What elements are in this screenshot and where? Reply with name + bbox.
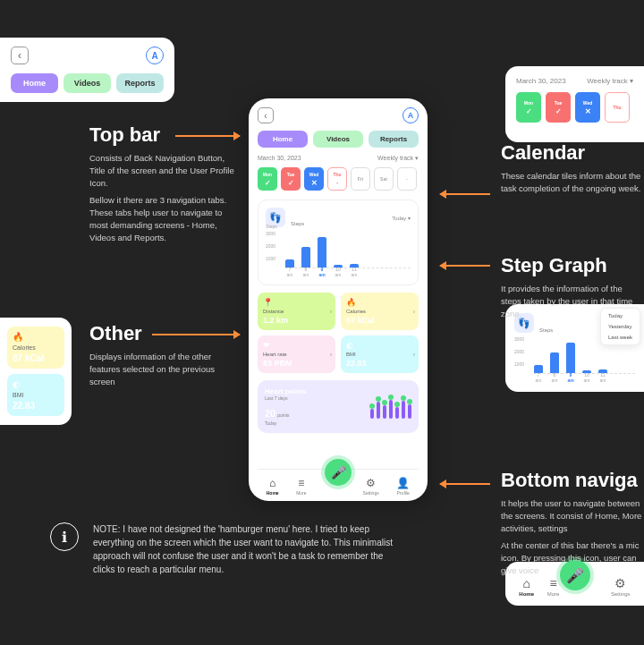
back-button[interactable]: ‹ (258, 107, 274, 123)
annotation-topbar: Top bar Consists of Back Navigation Butt… (89, 123, 242, 243)
gauge-icon: ◐ (13, 379, 59, 389)
tab-reports[interactable]: Reports (369, 131, 419, 148)
menu-icon: ≡ (550, 576, 557, 590)
topbar-preview-card: ‹ Dashboard A Home Videos Reports (0, 38, 174, 102)
bar-9am (318, 237, 326, 267)
tab-home[interactable]: Home (258, 131, 308, 148)
calendar-preview-card: March 30, 2023Weekly track ▾ Mon✓ Tue✓ W… (505, 66, 644, 142)
fire-icon: 🔥 (13, 332, 59, 342)
nav-home[interactable]: ⌂Home (519, 576, 534, 597)
tab-videos[interactable]: Videos (64, 73, 111, 93)
weekly-track-dropdown[interactable]: Weekly track ▾ (377, 155, 419, 162)
menu-icon: ≡ (298, 477, 304, 489)
metric-distance[interactable]: 📍Distance1.2 km› (258, 293, 335, 330)
annotation-calendar: Calendar These calendar tiles inform abo… (501, 141, 644, 195)
tab-reports[interactable]: Reports (116, 73, 164, 93)
annotation-stepgraph: Step Graph It provides the information o… (501, 254, 644, 319)
arrow (175, 135, 240, 137)
heart-icon: ❤ (263, 341, 330, 350)
day-fri[interactable]: Fri (351, 167, 370, 191)
chevron-right-icon: › (330, 352, 332, 358)
tab-home[interactable]: Home (11, 73, 58, 93)
bar-9am (566, 343, 575, 373)
day-sun[interactable]: - (397, 167, 417, 191)
tab-videos[interactable]: Videos (313, 131, 363, 148)
day-tue[interactable]: Tue✓ (281, 167, 301, 191)
home-icon: ⌂ (269, 477, 275, 489)
day-thu[interactable]: Thu· (327, 167, 347, 191)
day-mon[interactable]: Mon✓ (258, 167, 277, 191)
check-icon: ✓ (526, 107, 532, 115)
arrow (440, 483, 490, 485)
day-sat[interactable]: Sat (374, 167, 394, 191)
nav-settings[interactable]: ⚙Settings (611, 576, 631, 597)
fire-icon: 🔥 (346, 298, 413, 307)
metric-heartrate[interactable]: ❤Heart rate83 PBM› (258, 335, 335, 373)
weekly-track-dropdown[interactable]: Weekly track ▾ (587, 77, 633, 85)
metric-calories[interactable]: 🔥Calories87 kCal› (341, 293, 419, 330)
chevron-right-icon: › (330, 309, 332, 315)
day-wed[interactable]: Wed✕ (304, 167, 324, 191)
location-icon: 📍 (263, 298, 330, 307)
close-icon: ✕ (311, 179, 318, 187)
avatar[interactable]: A (146, 47, 164, 64)
gear-icon: ⚙ (614, 576, 626, 590)
gear-icon: ⚙ (366, 477, 376, 489)
metric-bmi[interactable]: ◐BMI22.83› (341, 335, 419, 373)
heart-points-card[interactable]: Heart points Last 7 days 20points Today (258, 380, 419, 433)
page-title: Dashboard (55, 48, 120, 63)
phone-mockup: ‹ Dashboard A Home Videos Reports March … (249, 98, 428, 501)
note-block: ℹ NOTE: I have not designed the 'hamburg… (50, 522, 397, 576)
nav-more[interactable]: ≡More (547, 576, 560, 597)
nav-home[interactable]: ⌂Home (267, 477, 279, 496)
back-button[interactable]: ‹ (11, 47, 29, 64)
profile-icon: 👤 (396, 477, 410, 489)
day-tue[interactable]: Tue✓ (546, 92, 571, 123)
date-text: March 30, 2023 (516, 77, 566, 85)
heart-points-chart (370, 395, 411, 419)
day-thu[interactable]: Thu (605, 92, 630, 123)
check-icon: ✓ (555, 107, 562, 115)
chevron-right-icon: › (413, 309, 415, 315)
day-mon[interactable]: Mon✓ (516, 92, 541, 123)
check-icon: ✓ (288, 179, 294, 187)
period-dropdown[interactable]: Today ▾ (392, 215, 411, 221)
annotation-other: Other Displays information of the other … (89, 322, 242, 387)
other-preview-card: 🔥Calories87 kCal ◐BMI22.83 (0, 318, 72, 425)
avatar[interactable]: A (402, 107, 419, 123)
arrow (152, 334, 240, 335)
home-icon: ⌂ (522, 576, 530, 590)
nav-profile[interactable]: 👤Profile (396, 477, 410, 496)
page-title: Dashboard (310, 109, 367, 122)
arrow (440, 193, 490, 195)
nav-more[interactable]: ≡More (296, 477, 306, 496)
chevron-right-icon: › (413, 352, 415, 358)
bar-8am (550, 352, 559, 373)
annotation-bottomnav: Bottom naviga It helps the user to navig… (501, 469, 644, 577)
arrow (440, 265, 490, 267)
mic-button[interactable]: 🎤 (325, 459, 352, 486)
day-wed[interactable]: Wed✕ (575, 92, 600, 123)
info-icon: ℹ (50, 522, 79, 551)
bar-8am (301, 247, 310, 267)
step-card: 👣 2845Steps Today ▾ 3000 2000 1000 Steps… (258, 199, 419, 285)
close-icon: ✕ (585, 107, 591, 115)
gauge-icon: ◐ (346, 341, 413, 350)
nav-settings[interactable]: ⚙Settings (363, 477, 379, 496)
check-icon: ✓ (265, 179, 271, 187)
date-text: March 30, 2023 (258, 155, 301, 162)
